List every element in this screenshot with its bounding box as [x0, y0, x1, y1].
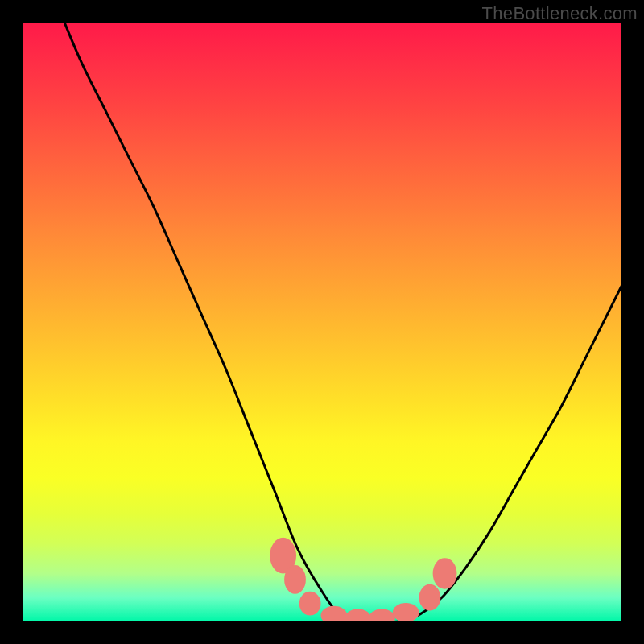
curve-marker	[419, 584, 441, 611]
watermark-text: TheBottleneck.com	[482, 3, 638, 24]
curve-marker	[299, 592, 321, 616]
plot-area	[23, 23, 621, 621]
bottleneck-curve	[64, 23, 621, 621]
curve-marker	[321, 606, 348, 621]
curve-marker	[345, 609, 371, 621]
curve-marker	[393, 603, 419, 621]
curve-marker	[284, 565, 306, 594]
curve-marker	[369, 609, 395, 621]
chart-frame: TheBottleneck.com	[0, 0, 644, 644]
curve-marker	[433, 558, 457, 589]
curve-layer	[23, 23, 621, 621]
